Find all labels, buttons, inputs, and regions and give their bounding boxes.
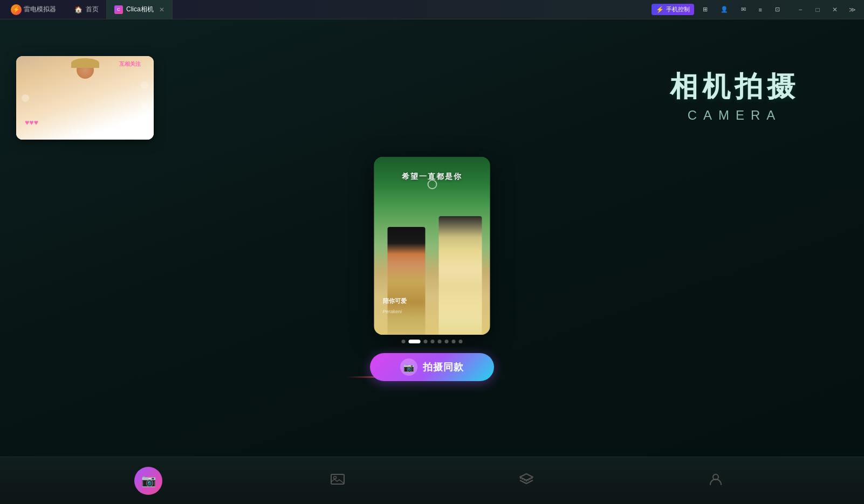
tab-home-label: 首页 xyxy=(86,5,99,14)
layers-nav-icon-wrap xyxy=(512,467,540,495)
dot-7[interactable] xyxy=(452,340,456,343)
tab-close-icon[interactable]: ✕ xyxy=(159,6,164,13)
camera-nav-icon: 📷 xyxy=(141,474,156,488)
fit-icon: ⊡ xyxy=(775,6,780,13)
float-bottom-text: 友友からっと xyxy=(16,128,154,135)
float-right-dot-top xyxy=(141,81,148,89)
settings-btn2[interactable]: 👤 xyxy=(716,4,732,15)
float-overlay-text: 互相关注 xyxy=(119,60,141,68)
app-logo-icon: ⚡ xyxy=(11,4,22,15)
nav-item-user[interactable] xyxy=(694,467,737,495)
gallery-nav-icon xyxy=(331,473,345,488)
settings-btn1[interactable]: ⊞ xyxy=(698,4,712,15)
main-area: 互相关注 ♥♥♥ 友友からっと 相机拍摄 CAMERA 希望一直都是你 陪你可爱 xyxy=(0,19,864,504)
window-controls: − □ ✕ ≫ xyxy=(793,4,860,16)
center-card-image: 希望一直都是你 陪你可爱 Perakeni xyxy=(374,157,490,335)
shoot-same-button[interactable]: 📷 拍摄同款 xyxy=(370,353,494,381)
camera-app-icon: C xyxy=(114,5,123,14)
close-button[interactable]: ✕ xyxy=(827,4,842,16)
layers-nav-icon xyxy=(519,473,534,489)
dot-2[interactable] xyxy=(409,340,421,343)
bottom-nav: 📷 xyxy=(0,457,864,504)
dot-3[interactable] xyxy=(424,340,428,343)
control-btn-label: 手机控制 xyxy=(666,5,690,13)
minimize-button[interactable]: − xyxy=(793,4,808,16)
maximize-button[interactable]: □ xyxy=(810,4,825,16)
gallery-nav-icon-wrap xyxy=(324,467,352,495)
app-logo[interactable]: ⚡ 雷电模拟器 xyxy=(4,4,63,15)
float-preview-card[interactable]: 互相关注 ♥♥♥ 友友からっと xyxy=(16,56,154,140)
titlebar-controls: ⚡ 手机控制 ⊞ 👤 ✉ ≡ ⊡ − □ ✕ ≫ xyxy=(652,4,860,16)
menu-btn[interactable]: ≡ xyxy=(755,5,766,15)
dot-4[interactable] xyxy=(431,340,435,343)
menu-icon: ≡ xyxy=(759,6,762,13)
tab-camera-app[interactable]: C Clica相机 ✕ xyxy=(107,0,173,19)
dot-8[interactable] xyxy=(459,340,463,343)
tab-home[interactable]: 🏠 首页 xyxy=(67,0,107,19)
svg-point-1 xyxy=(333,477,336,479)
grid-icon: ⊞ xyxy=(703,6,708,13)
home-icon: 🏠 xyxy=(74,6,83,13)
float-card-inner: 互相关注 ♥♥♥ 友友からっと xyxy=(16,56,154,140)
fit-btn[interactable]: ⊡ xyxy=(771,4,784,15)
lightning-icon: ⚡ xyxy=(656,6,664,13)
float-hearts: ♥♥♥ xyxy=(25,118,38,127)
float-person-image xyxy=(16,56,154,140)
dot-1[interactable] xyxy=(402,340,406,343)
nav-item-gallery[interactable] xyxy=(316,467,359,495)
title-chinese: 相机拍摄 xyxy=(670,68,799,106)
nav-item-camera[interactable]: 📷 xyxy=(127,467,170,495)
mail-icon: ✉ xyxy=(741,6,746,13)
person-icon: 👤 xyxy=(721,6,728,13)
title-english: CAMERA xyxy=(670,108,799,123)
page-title: 相机拍摄 CAMERA xyxy=(670,68,799,123)
user-nav-icon-wrap xyxy=(702,467,730,495)
tab-camera-label: Clica相机 xyxy=(126,5,154,14)
mail-btn[interactable]: ✉ xyxy=(737,4,750,15)
carousel-dots xyxy=(402,340,463,343)
expand-button[interactable]: ≫ xyxy=(845,4,860,16)
nav-item-layers[interactable] xyxy=(505,467,548,495)
app-name-label: 雷电模拟器 xyxy=(24,5,56,14)
camera-emoji: 📷 xyxy=(403,362,414,372)
card-bottom-text2: Perakeni xyxy=(383,309,402,314)
phone-control-button[interactable]: ⚡ 手机控制 xyxy=(652,4,694,15)
titlebar: ⚡ 雷电模拟器 🏠 首页 C Clica相机 ✕ ⚡ 手机控制 ⊞ 👤 ✉ ≡ xyxy=(0,0,864,19)
card-bottom-text1: 陪你可爱 xyxy=(383,297,407,305)
center-preview-card[interactable]: 希望一直都是你 陪你可爱 Perakeni xyxy=(374,157,490,335)
dot-6[interactable] xyxy=(445,340,449,343)
user-nav-icon xyxy=(709,472,723,489)
camera-cta-icon: 📷 xyxy=(400,358,417,376)
svg-rect-0 xyxy=(331,474,344,484)
cta-button-label: 拍摄同款 xyxy=(423,361,464,374)
dot-5[interactable] xyxy=(438,340,442,343)
float-left-dot xyxy=(22,94,29,102)
tab-bar: 🏠 首页 C Clica相机 ✕ xyxy=(67,0,173,19)
camera-nav-icon-wrap: 📷 xyxy=(134,467,162,495)
